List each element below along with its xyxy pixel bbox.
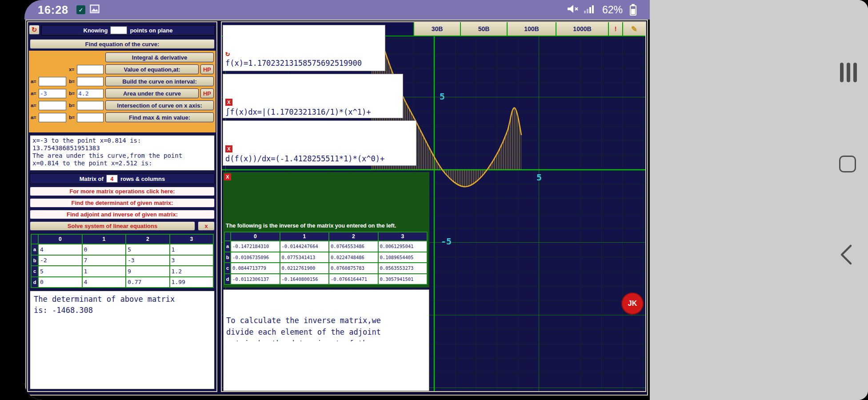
- a-input[interactable]: [39, 101, 66, 110]
- inverse-explanation-text[interactable]: To calculate the inverse matrix,we divid…: [223, 289, 429, 391]
- inverse-row-label: d: [225, 274, 230, 284]
- matrix-row-label: b: [32, 256, 38, 266]
- b-input[interactable]: [77, 77, 104, 86]
- inverse-caption: The following is the inverse of the matr…: [226, 223, 428, 229]
- find-determinant-button[interactable]: Find the determinant of given matrix:: [30, 198, 215, 208]
- close-icon[interactable]: X: [225, 99, 232, 106]
- device-screen: 16:28 ✓: [24, 0, 868, 400]
- find-max-min-button[interactable]: Find max & min value:: [105, 112, 214, 122]
- a-input[interactable]: [39, 113, 66, 122]
- matrix-cell[interactable]: 0.77: [126, 277, 169, 288]
- area-under-curve-button[interactable]: Area under the curve: [105, 88, 199, 98]
- matrix-cell[interactable]: 0: [83, 244, 126, 255]
- matrix-cell[interactable]: 1: [170, 244, 213, 255]
- matrix-cell[interactable]: 1.2: [170, 266, 213, 276]
- build-curve-button[interactable]: Build the curve on interval:: [105, 76, 214, 86]
- matrix-corner: [225, 232, 230, 240]
- op-row: Integral & derivative: [29, 52, 216, 63]
- app-content: ↻ Knowing points on plane Find equation …: [25, 20, 648, 396]
- points-1000-button[interactable]: 1000B: [556, 22, 608, 36]
- matrix-cell[interactable]: 4: [83, 277, 126, 288]
- refresh-button[interactable]: ↻: [29, 25, 40, 35]
- a-label: a=: [31, 88, 36, 99]
- a-input[interactable]: [39, 89, 66, 98]
- x-value-input[interactable]: [77, 65, 104, 74]
- points-100-button[interactable]: 100B: [507, 22, 556, 36]
- inverse-cell: 0.0061295041: [379, 241, 427, 252]
- inverse-cell: -0.0106735096: [231, 252, 280, 263]
- solve-linear-system-button[interactable]: Solve system of linear equations: [30, 221, 195, 231]
- back-icon: [839, 244, 852, 266]
- recents-button[interactable]: [839, 62, 858, 84]
- math-app: 16:28 ✓: [24, 0, 650, 400]
- b-input[interactable]: [77, 89, 104, 98]
- inverse-cell: -0.0144247664: [280, 241, 329, 252]
- b-input[interactable]: [77, 101, 104, 110]
- points-header-prefix: Knowing: [84, 27, 108, 34]
- matrix-cell[interactable]: 3: [170, 256, 213, 266]
- curve-ops-area: Integral & derivative x= Value of equati…: [29, 51, 216, 132]
- intersection-x-axis-button[interactable]: Intersection of curve on x axis:: [105, 100, 214, 110]
- home-button[interactable]: [839, 156, 856, 172]
- x-axis-label-5: 5: [536, 172, 542, 183]
- alert-button[interactable]: !: [608, 22, 622, 36]
- matrix-cell[interactable]: 1: [83, 266, 126, 276]
- screenshot-notification-icon: [90, 4, 100, 15]
- b-label: b=: [69, 112, 75, 123]
- curve-output-text[interactable]: x=-3 to the point x=0.814 is: 13.7543868…: [30, 135, 215, 171]
- op-row: a= b= Find max & min value:: [29, 112, 216, 123]
- matrix-cell[interactable]: 4: [39, 244, 82, 255]
- a-label: a=: [31, 76, 36, 87]
- pencil-button[interactable]: ✎: [622, 22, 645, 36]
- value-of-equation-button[interactable]: Value of equation,at:: [105, 64, 199, 74]
- find-adjoint-inverse-button[interactable]: Find adjoint and inverse of given matrix…: [30, 210, 215, 219]
- battery-percent: 62%: [602, 4, 623, 16]
- more-matrix-operations-button[interactable]: For more matrix operations click here:: [30, 187, 215, 196]
- inverse-cell: 0.0224748486: [329, 252, 378, 263]
- hp-button[interactable]: HP: [200, 88, 214, 98]
- b-input[interactable]: [77, 113, 104, 122]
- hp-button[interactable]: HP: [200, 64, 214, 74]
- points-50-button[interactable]: 50B: [460, 22, 507, 36]
- inverse-cell: 0.3057941501: [379, 274, 427, 284]
- integral-derivative-button[interactable]: Integral & derivative: [105, 52, 214, 62]
- inverse-cell: -0.0766164471: [329, 274, 378, 284]
- back-button[interactable]: [839, 244, 852, 268]
- popup-refresh-icon[interactable]: ↻: [225, 49, 383, 57]
- matrix-cell[interactable]: 5: [39, 266, 82, 276]
- integral-popup[interactable]: X∫f(x)dx=|(1.1702321316/1)*(x^1)+ (-1.41…: [223, 74, 403, 118]
- close-icon[interactable]: X: [225, 145, 232, 152]
- matrix-cell[interactable]: 1.99: [170, 277, 213, 288]
- clock: 16:28: [38, 4, 68, 16]
- points-30-button[interactable]: 30B: [413, 22, 460, 36]
- a-input[interactable]: [39, 77, 66, 86]
- determinant-output-text[interactable]: The determinant of above matrix is: -146…: [30, 291, 215, 389]
- points-count-input[interactable]: [110, 26, 127, 34]
- notification-check-icon: ✓: [76, 5, 85, 14]
- status-bar: 16:28 ✓: [24, 0, 650, 20]
- inverse-matrix-table: 0 1 2 3 a -0.1472184310 -0.0144247664 0.…: [224, 232, 428, 285]
- matrix-cell[interactable]: 0: [39, 277, 82, 288]
- matrix-cell[interactable]: 5: [126, 244, 169, 255]
- matrix-col-header: 0: [39, 235, 82, 244]
- inverse-col-header: 1: [280, 232, 329, 240]
- inverse-cell: 0.0844713779: [231, 263, 280, 273]
- y-axis-label-neg5: -5: [441, 236, 452, 247]
- phone-screenshot: 16:28 ✓: [0, 0, 868, 400]
- inverse-cell: 0.0212761900: [280, 263, 329, 273]
- inverse-cell: -0.0112306137: [231, 274, 280, 284]
- matrix-size-input[interactable]: [106, 175, 118, 183]
- matrix-cell[interactable]: -2: [39, 256, 82, 266]
- matrix-cell[interactable]: 9: [126, 266, 169, 276]
- points-header-suffix: points on plane: [130, 27, 172, 34]
- derivative-popup[interactable]: Xd(f(x))/dx=(-1.4128255511*1)*(x^0)+ (0.…: [223, 121, 416, 165]
- close-icon[interactable]: X: [224, 173, 231, 180]
- matrix-cell[interactable]: 7: [83, 256, 126, 266]
- inverse-row-label: b: [225, 252, 230, 263]
- inverse-cell: 0.0764553486: [329, 241, 378, 252]
- matrix-cell[interactable]: -3: [126, 256, 169, 266]
- equation-popup[interactable]: ↻f(x)=1.17023213158575692519900 14117686…: [223, 25, 385, 71]
- matrix-row-label: a: [32, 244, 38, 255]
- find-equation-button[interactable]: Find equation of the curve:: [30, 39, 215, 49]
- close-solve-button[interactable]: x: [198, 221, 215, 231]
